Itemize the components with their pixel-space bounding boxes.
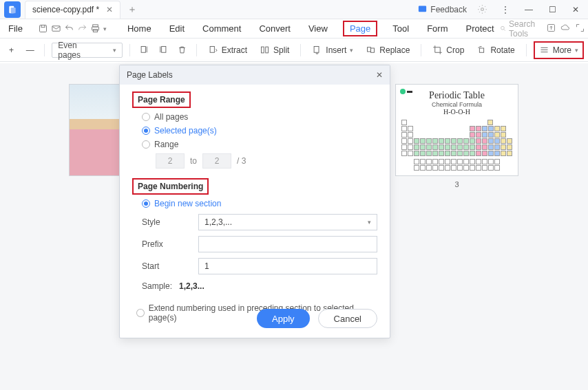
sample-value: 1,2,3...	[179, 281, 204, 291]
extract-button[interactable]: Extract	[204, 41, 251, 59]
menu-view[interactable]: View	[306, 21, 330, 36]
search-tools[interactable]: Search Tools	[500, 19, 539, 39]
svg-rect-9	[93, 30, 97, 32]
user-icon[interactable]: ⋮	[497, 1, 514, 18]
split-button[interactable]: Split	[255, 41, 293, 59]
cloud-icon[interactable]	[560, 23, 571, 35]
start-label: Start	[142, 261, 198, 271]
svg-rect-15	[262, 47, 264, 53]
radio-icon	[142, 140, 150, 149]
page-toolbar: + — Even pages ▾ Extract Split Insert ▾ …	[0, 39, 588, 62]
radio-begin-section[interactable]: Begin new section	[142, 199, 377, 208]
maximize-button[interactable]: ☐	[544, 1, 560, 18]
apply-button[interactable]: Apply	[257, 309, 310, 328]
svg-rect-14	[210, 47, 214, 53]
chevron-down-icon: ▾	[368, 219, 371, 226]
page-range-heading: Page Range	[132, 91, 191, 108]
cancel-button[interactable]: Cancel	[318, 309, 377, 328]
replace-button[interactable]: Replace	[361, 41, 414, 59]
dialog-titlebar: Page Labels ✕	[120, 65, 390, 85]
menu-protect[interactable]: Protect	[463, 21, 496, 36]
menu-home[interactable]: Home	[125, 21, 154, 36]
radio-icon	[142, 113, 150, 121]
menu-comment[interactable]: Comment	[200, 21, 244, 36]
zoom-out-icon[interactable]: —	[23, 43, 37, 58]
mail-icon[interactable]	[51, 21, 61, 36]
start-input[interactable]: 1	[198, 258, 377, 274]
page-labels-dialog: Page Labels ✕ Page Range All pages Selec…	[119, 65, 390, 338]
range-to-input[interactable]: 2	[202, 153, 231, 169]
chevron-down-icon: ▾	[113, 47, 116, 54]
range-from-input[interactable]: 2	[156, 153, 185, 169]
workspace: Sc Volca Periodic Table Chemical Formula…	[0, 63, 588, 390]
crop-button[interactable]: Crop	[428, 41, 468, 59]
new-tab-button[interactable]: ＋	[127, 3, 137, 16]
undo-icon[interactable]	[64, 21, 74, 36]
radio-range[interactable]: Range	[142, 140, 377, 149]
document-tab[interactable]: science-copy.pdf * ✕	[25, 1, 120, 19]
minimize-button[interactable]: —	[521, 1, 537, 18]
title-bar: science-copy.pdf * ✕ ＋ Feedback ⋮ — ☐ ✕	[0, 0, 588, 19]
prefix-input[interactable]	[198, 236, 377, 252]
radio-selected-pages[interactable]: Selected page(s)	[142, 126, 377, 136]
insert-right-icon[interactable]	[156, 43, 170, 58]
close-window-button[interactable]: ✕	[567, 1, 584, 18]
svg-rect-1	[11, 8, 16, 13]
radio-icon	[136, 309, 145, 317]
save-icon[interactable]	[38, 21, 48, 36]
tab-close-icon[interactable]: ✕	[106, 5, 113, 14]
zoom-in-icon[interactable]: +	[4, 43, 19, 58]
svg-rect-17	[314, 47, 319, 53]
feedback-button[interactable]: Feedback	[417, 4, 467, 14]
svg-rect-4	[39, 25, 46, 32]
dialog-title: Page Labels	[127, 70, 173, 80]
svg-rect-12	[141, 47, 145, 53]
menu-convert[interactable]: Convert	[256, 21, 293, 36]
tab-title: science-copy.pdf *	[32, 5, 99, 14]
print-caret-icon[interactable]: ▾	[103, 21, 107, 36]
main-menu: Home Edit Comment Convert View Page Tool…	[125, 21, 497, 36]
menu-tool[interactable]: Tool	[390, 21, 412, 36]
expand-icon[interactable]	[575, 23, 585, 35]
svg-rect-18	[368, 47, 371, 52]
settings-icon[interactable]	[474, 1, 490, 18]
range-inputs: 2 to 2 / 3	[156, 153, 377, 169]
app-logo-icon	[4, 1, 21, 18]
style-label: Style	[142, 217, 198, 227]
menu-form[interactable]: Form	[424, 21, 450, 36]
share-icon[interactable]	[546, 23, 556, 35]
page-thumbnail-3[interactable]: Periodic Table Chemical Formula H-O-O-H	[395, 84, 518, 176]
svg-rect-6	[52, 26, 60, 32]
chevron-down-icon: ▾	[350, 47, 353, 54]
svg-rect-19	[371, 48, 375, 52]
page-filter-dropdown[interactable]: Even pages ▾	[52, 43, 123, 58]
more-button[interactable]: More ▾	[534, 41, 584, 59]
periodic-title: Periodic Table	[396, 90, 518, 101]
dialog-close-button[interactable]: ✕	[376, 70, 383, 80]
file-menu[interactable]: File	[4, 23, 27, 34]
sample-label: Sample:	[142, 281, 172, 291]
menu-page[interactable]: Page	[343, 21, 377, 36]
page-numbering-heading: Page Numbering	[132, 178, 209, 195]
svg-rect-5	[41, 25, 45, 28]
svg-rect-13	[162, 47, 166, 53]
style-select[interactable]: 1,2,3,... ▾	[198, 214, 377, 230]
svg-point-3	[481, 8, 483, 11]
delete-page-icon[interactable]	[175, 43, 189, 58]
radio-all-pages[interactable]: All pages	[142, 112, 377, 122]
insert-left-icon[interactable]	[137, 43, 151, 58]
insert-button[interactable]: Insert ▾	[308, 41, 357, 59]
menu-bar: File ▾ Home Edit Comment Convert View Pa…	[0, 19, 588, 39]
page-number-label: 3	[395, 180, 518, 188]
rotate-button[interactable]: Rotate	[472, 41, 518, 59]
redo-icon[interactable]	[77, 21, 87, 36]
svg-rect-2	[419, 6, 426, 12]
menu-edit[interactable]: Edit	[167, 21, 187, 36]
print-icon[interactable]	[90, 21, 101, 36]
page-thumbnail-3-wrap: Periodic Table Chemical Formula H-O-O-H …	[395, 84, 518, 188]
prefix-label: Prefix	[142, 239, 198, 249]
periodic-grid-icon	[401, 120, 512, 171]
svg-rect-20	[480, 48, 484, 52]
chevron-down-icon: ▾	[575, 47, 578, 54]
svg-point-10	[501, 26, 504, 30]
